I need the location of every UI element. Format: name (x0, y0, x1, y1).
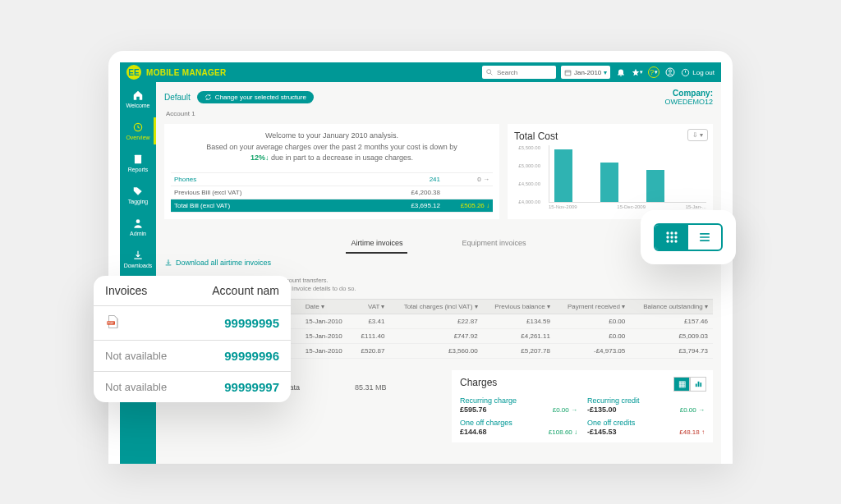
chart-download-button[interactable]: ⇩ ▾ (687, 129, 708, 141)
charges-grid-view[interactable]: ▦ (673, 377, 690, 392)
col-prev[interactable]: Previous balance ▾ (483, 299, 555, 314)
charges-title: Charges (460, 377, 705, 388)
sidebar: Welcome Overview Reports Tagging Admin D… (120, 82, 156, 464)
popover-col-account: Account nam (212, 284, 279, 297)
user-icon[interactable] (664, 66, 676, 78)
sidebar-item-reports[interactable]: Reports (120, 149, 156, 176)
download-all-link[interactable]: Download all airtime invoices (164, 259, 271, 267)
sidebar-item-welcome[interactable]: Welcome (120, 85, 156, 112)
top-bar: EE MOBILE MANAGER Search Jan-2010 ▾ ▾ ?▾… (120, 62, 721, 82)
svg-point-5 (669, 70, 672, 72)
view-grid-button[interactable] (655, 225, 688, 250)
svg-point-18 (674, 231, 677, 234)
svg-rect-9 (135, 155, 141, 164)
svg-line-1 (490, 73, 492, 75)
chart-title: Total Cost (514, 131, 706, 142)
col-balance[interactable]: Balance outstanding ▾ (630, 299, 713, 314)
svg-rect-2 (565, 70, 571, 75)
account-label: Account 1 (166, 110, 713, 117)
analysis-panel: Welcome to your January 2010 analysis. B… (164, 124, 499, 219)
brand-logo: EE (126, 65, 141, 80)
list-item[interactable]: Not available99999997 (94, 371, 291, 402)
invoices-popover: InvoicesAccount nam PDF 99999995 Not ava… (94, 276, 291, 402)
popover-col-invoices: Invoices (105, 284, 212, 297)
search-icon (485, 68, 494, 76)
summary-table: Phones2410 → Previous Bill (excl VAT)£4,… (171, 172, 493, 213)
caret-down-icon: ▾ (604, 69, 607, 76)
search-input[interactable]: Search (482, 66, 556, 79)
chart-bar (600, 163, 618, 202)
col-total[interactable]: Total charges (incl VAT) ▾ (389, 299, 482, 314)
chart-bar (646, 170, 664, 202)
svg-rect-13 (700, 383, 701, 387)
svg-point-21 (674, 236, 677, 238)
date-selector[interactable]: Jan-2010 ▾ (561, 66, 610, 79)
chart-bars (549, 145, 706, 203)
tab-airtime[interactable]: Airtime invoices (346, 234, 407, 254)
sidebar-item-overview[interactable]: Overview (120, 117, 156, 144)
svg-rect-11 (695, 384, 696, 387)
help-icon[interactable]: ?▾ (648, 66, 659, 78)
main-content: Default Change your selected structure C… (156, 82, 721, 464)
view-toggle-popover (641, 210, 736, 264)
sidebar-item-admin[interactable]: Admin (120, 213, 156, 241)
bell-icon[interactable] (615, 66, 627, 78)
list-item[interactable]: Not available99999996 (94, 340, 291, 371)
tab-equipment[interactable]: Equipment invoices (457, 234, 531, 254)
refresh-icon (205, 94, 212, 101)
charges-panel: Charges ▦ Recurring charge£595.76£0.00 →… (452, 370, 713, 442)
svg-text:PDF: PDF (108, 322, 114, 325)
app-title: MOBILE MANAGER (146, 68, 477, 77)
total-cost-chart: Total Cost ⇩ ▾ £5,500.00 £5,000.00 £4,50… (508, 124, 713, 219)
svg-point-10 (136, 219, 140, 223)
svg-point-16 (666, 231, 669, 234)
search-placeholder: Search (497, 69, 517, 76)
change-structure-button[interactable]: Change your selected structure (197, 91, 314, 103)
svg-rect-12 (697, 382, 699, 387)
col-date[interactable]: Date ▾ (301, 299, 352, 314)
sidebar-item-tagging[interactable]: Tagging (120, 181, 156, 208)
svg-point-0 (487, 70, 491, 74)
svg-point-20 (670, 236, 673, 238)
screen: EE MOBILE MANAGER Search Jan-2010 ▾ ▾ ?▾… (120, 62, 721, 464)
charges-bar-view[interactable] (690, 377, 706, 392)
col-payment[interactable]: Payment received ▾ (555, 299, 630, 314)
pdf-icon[interactable]: PDF (105, 314, 224, 332)
chart-bar (554, 149, 572, 202)
breadcrumb: Default (164, 93, 191, 102)
download-icon (164, 259, 172, 267)
svg-point-19 (666, 236, 669, 238)
calendar-icon (564, 69, 572, 76)
invoice-tabs: Airtime invoices Equipment invoices (164, 234, 713, 254)
view-list-button[interactable] (688, 225, 721, 250)
svg-point-17 (670, 231, 673, 234)
star-icon[interactable]: ▾ (632, 66, 643, 78)
list-item[interactable]: PDF 99999995 (94, 305, 291, 340)
svg-point-24 (674, 240, 677, 242)
company-label: Company: OWEDEMO12 (664, 89, 713, 106)
logout-button[interactable]: Log out (681, 68, 715, 77)
sidebar-item-downloads[interactable]: Downloads (120, 245, 156, 273)
col-vat[interactable]: VAT ▾ (352, 299, 389, 314)
svg-point-22 (666, 240, 669, 242)
svg-point-23 (670, 240, 673, 242)
